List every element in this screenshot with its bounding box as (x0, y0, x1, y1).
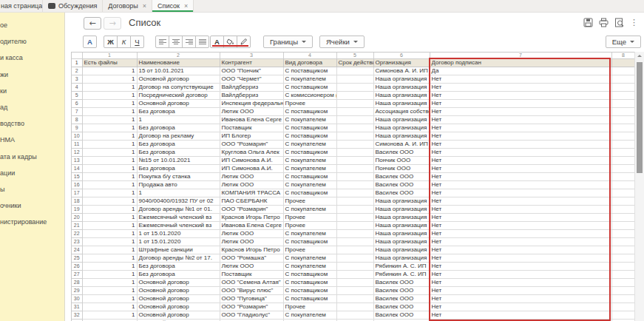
cell[interactable]: Василек ООО (373, 287, 430, 295)
cell[interactable] (336, 173, 373, 181)
cell[interactable]: Без договора (137, 124, 220, 132)
cell[interactable]: С покупателем (283, 230, 336, 238)
cell[interactable]: Прочее (283, 222, 336, 230)
cell[interactable] (611, 214, 634, 222)
sidebar-item[interactable]: НМА (0, 132, 64, 148)
cell[interactable] (611, 189, 634, 197)
cell[interactable] (611, 165, 634, 173)
cell[interactable]: Инспекция федеральн (220, 100, 283, 108)
cell[interactable]: С покупателем (283, 263, 336, 271)
cell[interactable]: Нет (430, 108, 611, 116)
row-number[interactable]: 28 (72, 279, 82, 287)
cell[interactable] (336, 157, 373, 165)
column-header[interactable]: Организация (373, 59, 430, 67)
row-number[interactable]: 30 (72, 295, 82, 303)
cell[interactable]: №15 от 10.01.2021 (137, 157, 220, 165)
cell[interactable]: Нет (430, 287, 611, 295)
cell[interactable]: С поставщиком (283, 173, 336, 181)
row-number[interactable]: 2 (72, 67, 82, 75)
cell[interactable] (336, 197, 373, 206)
cell[interactable]: Прочее (283, 303, 336, 311)
row-number[interactable]: 16 (72, 181, 82, 189)
cell[interactable]: Ежемесячный членский вз (137, 222, 220, 230)
cell[interactable]: С покупателем (283, 75, 336, 84)
vertical-scrollbar[interactable] (634, 52, 644, 321)
cell[interactable]: 15 от 10.01.2021 (137, 67, 220, 75)
cell[interactable]: Основной договор (137, 287, 220, 295)
row-number[interactable]: 10 (72, 132, 82, 141)
cell[interactable] (336, 149, 373, 157)
cell[interactable]: Нет (430, 165, 611, 173)
cell[interactable] (336, 165, 373, 173)
cell[interactable]: 1 (82, 295, 137, 303)
cell[interactable]: Краснов Игорь Петро (220, 246, 283, 254)
cell[interactable] (611, 157, 634, 165)
cell[interactable]: 1 (82, 271, 137, 279)
cell[interactable]: 1 (82, 246, 137, 254)
cell[interactable]: 1 (82, 157, 137, 165)
cell[interactable]: 1 (82, 254, 137, 263)
cell[interactable]: 1 (82, 214, 137, 222)
cell[interactable] (611, 254, 634, 263)
sidebar-item[interactable]: и касса (0, 50, 64, 66)
sidebar-item[interactable]: одителю (0, 33, 64, 50)
cell[interactable]: Нет (430, 116, 611, 124)
cell[interactable]: ООО "Пуговица" (220, 295, 283, 303)
cell[interactable]: Лютик ООО (220, 173, 283, 181)
cell[interactable]: ООО "Розмарин" (220, 303, 283, 311)
cell[interactable] (611, 238, 634, 246)
cell[interactable]: С покупателем (283, 181, 336, 189)
cell[interactable]: 1 (82, 141, 137, 149)
underline-button[interactable]: Ч (130, 36, 144, 48)
cell[interactable] (336, 100, 373, 108)
save-icon[interactable] (583, 18, 593, 27)
cell[interactable] (336, 108, 373, 116)
cell[interactable]: Симонова А. И. ИП (373, 141, 430, 149)
cell[interactable]: 1 (82, 173, 137, 181)
cell[interactable]: Да (430, 67, 611, 75)
cell[interactable]: Нет (430, 271, 611, 279)
cell[interactable]: Нет (430, 173, 611, 181)
cell[interactable]: 1 (82, 84, 137, 92)
cell[interactable]: Без договора (137, 149, 220, 157)
cell[interactable]: 9040/00400/01932 ПУ от 02 (137, 197, 220, 206)
cell[interactable]: Наша организация (373, 238, 430, 246)
cell[interactable]: ИП Симонова А.И. (220, 165, 283, 173)
cell[interactable]: Наша организация (373, 116, 430, 124)
fill-color-button[interactable] (223, 36, 237, 48)
kebab-icon[interactable]: ⋮ (630, 18, 638, 27)
cell[interactable]: С поставщиком (283, 238, 336, 246)
cell[interactable]: 1 (82, 222, 137, 230)
cell[interactable]: Нет (430, 149, 611, 157)
cell[interactable]: Нет (430, 263, 611, 271)
cell[interactable]: Нет (430, 141, 611, 149)
cell[interactable] (336, 230, 373, 238)
sidebar-item[interactable]: ата и кадры (0, 149, 64, 165)
cell[interactable]: Договор на рекламу (137, 132, 220, 141)
row-number[interactable]: 21 (72, 222, 82, 230)
cell[interactable] (336, 124, 373, 132)
cell[interactable]: Нет (430, 238, 611, 246)
sidebar-item[interactable]: жи (0, 67, 64, 83)
sidebar-item[interactable]: ации (0, 165, 64, 181)
cell[interactable]: Наша организация (373, 222, 430, 230)
cell[interactable]: Иванова Елена Серге (220, 116, 283, 124)
tab-discussions[interactable]: Обсуждения (43, 0, 103, 12)
cell[interactable]: Краснов Игорь Петро (220, 214, 283, 222)
cell[interactable]: 1 (82, 287, 137, 295)
cell[interactable] (611, 263, 634, 271)
corner-cell[interactable] (72, 53, 82, 59)
cell[interactable]: Вайлдберриз (220, 92, 283, 100)
cell[interactable]: Нет (430, 303, 611, 311)
align-left-button[interactable] (155, 36, 169, 48)
cell[interactable]: Наша организация (373, 132, 430, 141)
cell[interactable]: ИП Блогер (220, 132, 283, 141)
borders-dropdown[interactable]: Границы (263, 36, 313, 48)
cell[interactable]: Основной договор (137, 75, 220, 84)
cell[interactable]: 1 (82, 311, 137, 320)
row-number[interactable]: 29 (72, 287, 82, 295)
cell[interactable]: Лютик ООО (220, 263, 283, 271)
cell[interactable] (336, 92, 373, 100)
cell[interactable]: ООО "Семена Алтая" (220, 279, 283, 287)
cell[interactable]: ПАО СБЕРБАНК (220, 197, 283, 206)
